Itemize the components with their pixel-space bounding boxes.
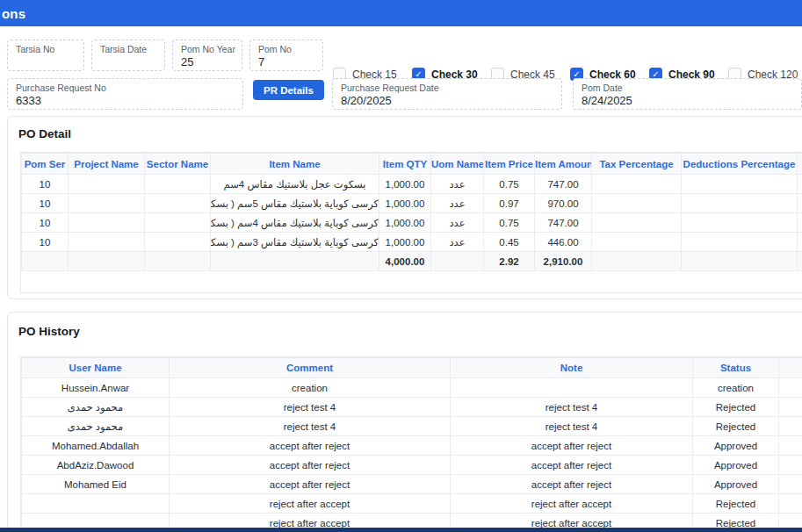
cell (682, 213, 798, 233)
cell: accept after reject (451, 475, 693, 494)
pom-no-label: Pom No (258, 44, 314, 55)
column-header: Comment (170, 358, 451, 378)
cell: Rejected (693, 398, 779, 417)
table-header-row: User NameCommentNoteStatus (22, 358, 802, 378)
pom-no-field[interactable]: Pom No 7 (249, 40, 323, 71)
cell (69, 213, 145, 233)
column-header: Item QTY (379, 154, 431, 175)
po-detail-section: PO Detail Pom SerProject NameSector Name… (7, 116, 802, 299)
po-history-table: User NameCommentNoteStatusHussein.Anwarc… (20, 356, 802, 532)
po-history-row: Mohamed.Abdallahaccept after rejectaccep… (22, 436, 802, 456)
cell (779, 494, 802, 514)
cell (69, 233, 145, 252)
cell: Rejected (693, 494, 779, 514)
cell (145, 175, 211, 194)
cell: reject test 4 (451, 417, 693, 436)
cell: 970.00 (535, 194, 592, 213)
pom-no-year-label: Pom No Year (181, 44, 234, 55)
purchase-request-no-value: 6333 (16, 94, 235, 108)
column-header: Item Amount (535, 154, 592, 175)
purchase-request-date-value: 8/20/2025 (341, 94, 553, 108)
cell: 0.97 (484, 194, 535, 213)
cell (592, 175, 682, 194)
pom-no-year-value: 25 (181, 55, 234, 69)
column-header: Item Price (484, 154, 535, 175)
column-header: Note (451, 358, 693, 378)
cell (69, 175, 145, 194)
cell (69, 252, 145, 271)
cell (145, 252, 211, 271)
purchase-request-date-field[interactable]: Purchase Request Date 8/20/2025 (332, 78, 562, 110)
pom-date-field[interactable]: Pom Date 8/24/2025 (573, 78, 802, 110)
purchase-request-no-field[interactable]: Purchase Request No 6333 (7, 78, 243, 110)
cell: reject after accept (451, 494, 693, 514)
column-header: Tax Percentage (592, 154, 682, 175)
cell (798, 194, 802, 213)
column-header: Deductions Percentage (682, 154, 798, 175)
cell (682, 233, 798, 252)
cell (22, 252, 69, 271)
cell (145, 213, 211, 233)
pr-details-button[interactable]: PR Details (253, 80, 324, 100)
cell: 10 (22, 213, 69, 233)
cell (798, 252, 802, 271)
cell: عدد (431, 233, 484, 252)
cell: 1,000.00 (379, 233, 431, 252)
cell: Hussein.Anwar (22, 378, 170, 398)
cell (211, 252, 379, 271)
cell (682, 252, 798, 271)
cell (431, 252, 484, 271)
cell: 446.00 (535, 233, 592, 252)
cell: Approved (693, 456, 779, 475)
po-history-row: AbdAziz.Dawoodaccept after rejectaccept … (22, 456, 802, 475)
cell: creation (170, 378, 451, 398)
po-history-row: Mohamed Eidaccept after rejectaccept aft… (22, 475, 802, 494)
cell (779, 378, 802, 398)
cell (592, 194, 682, 213)
column-header: Status (693, 358, 779, 378)
bottom-bar (0, 528, 802, 532)
po-history-row: Hussein.Anwarcreationcreation (22, 378, 802, 398)
cell (779, 436, 802, 456)
cell: 2.92 (484, 252, 535, 271)
cell (798, 213, 802, 233)
po-detail-row: 10كرسى كوباية بلاستيك مقاس 3سم ( بسكوت )… (22, 233, 802, 252)
column-header: User Name (22, 358, 170, 378)
po-detail-title: PO Detail (8, 117, 802, 141)
cell (779, 398, 802, 417)
cell (145, 233, 211, 252)
app-header-bar: ons (0, 0, 802, 26)
app-window: ons Tarsia No Tarsia Date Pom No Year 25… (0, 0, 802, 532)
cell: عدد (431, 175, 484, 194)
cell: 1,000.00 (379, 175, 431, 194)
po-detail-table: Pom SerProject NameSector NameItem NameI… (20, 152, 802, 293)
po-detail-row: 10كرسى كوباية بلاستيك مقاس 4سم ( بسكوت )… (22, 213, 802, 233)
cell: 10 (22, 233, 69, 252)
tarsia-date-label: Tarsia Date (100, 44, 156, 55)
po-detail-row: 10كرسى كوباية بلاستيك مقاس 5سم ( بسكوت )… (22, 194, 802, 213)
cell (779, 475, 802, 494)
tarsia-date-field[interactable]: Tarsia Date (91, 40, 165, 71)
cell: محمود حمدى (22, 417, 170, 436)
po-history-row: محمود حمدىreject test 4reject test 4Reje… (22, 417, 802, 436)
purchase-request-no-label: Purchase Request No (16, 83, 235, 94)
cell: محمود حمدى (22, 398, 170, 417)
column-header (779, 358, 802, 378)
cell: 4,000.00 (379, 252, 431, 271)
cell (451, 378, 693, 398)
pom-date-value: 8/24/2025 (582, 94, 793, 108)
po-history-section: PO History User NameCommentNoteStatusHus… (7, 312, 802, 532)
column-header: Item Name (211, 154, 379, 175)
pom-no-year-field[interactable]: Pom No Year 25 (172, 40, 242, 71)
column-header (798, 154, 802, 175)
cell: كرسى كوباية بلاستيك مقاس 3سم ( بسكوت ) (211, 233, 379, 252)
cell: 1,000.00 (379, 213, 431, 233)
cell: creation (693, 378, 779, 398)
po-history-row: reject after acceptreject after acceptRe… (22, 494, 802, 514)
column-header: Sector Name (145, 154, 211, 175)
cell: 0.75 (484, 213, 535, 233)
cell: accept after reject (451, 436, 693, 456)
tarsia-no-field[interactable]: Tarsia No (7, 40, 84, 71)
po-detail-row: 10بسكوت عجل بلاستيك مقاس 4سم1,000.00عدد0… (22, 175, 802, 194)
po-history-row: محمود حمدىreject test 4reject test 4Reje… (22, 398, 802, 417)
